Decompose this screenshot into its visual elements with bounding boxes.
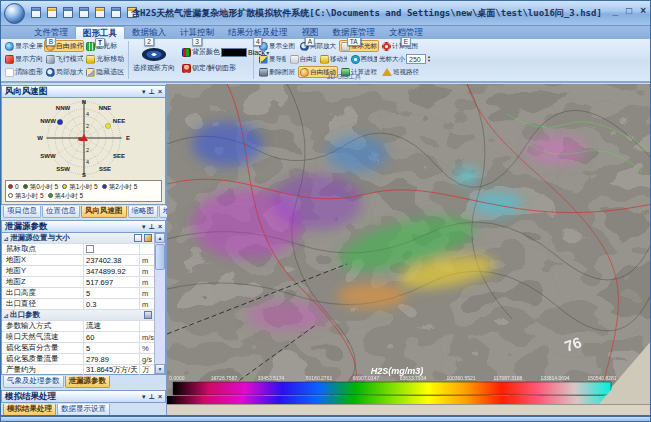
nav-map-button[interactable]: 显导航图 xyxy=(257,53,287,65)
panel-pin-icon[interactable]: ⊥ xyxy=(149,223,155,231)
page-icon[interactable] xyxy=(134,234,142,242)
tab-data-input[interactable]: 数据输入2 xyxy=(125,26,173,39)
hide-region-button[interactable]: 隐藏选区 xyxy=(84,66,125,78)
close-button[interactable]: × xyxy=(640,5,646,17)
scrollbar-thumb[interactable] xyxy=(155,244,165,270)
lock-icon xyxy=(182,64,191,73)
svg-text:2: 2 xyxy=(86,147,89,153)
panel-collapse-icon[interactable]: ▾ xyxy=(142,223,146,231)
tab-view[interactable]: 视图A xyxy=(295,26,326,39)
gas-velocity-value[interactable]: 60 xyxy=(84,332,140,342)
tab-calc-control[interactable]: 计算控制3 xyxy=(173,26,221,39)
tab-file-management[interactable]: 文件管理B xyxy=(27,26,75,39)
maximize-button[interactable]: □ xyxy=(626,5,632,17)
keytip: B xyxy=(46,37,56,46)
grid-cursor-icon xyxy=(86,42,95,51)
production-value[interactable]: 31.8645万方/天 xyxy=(84,365,140,375)
tab-thumbnail[interactable]: 缩略图 xyxy=(128,206,159,218)
svg-text:NNE: NNE xyxy=(99,105,112,111)
outlet-height-value[interactable]: 5 xyxy=(84,288,140,298)
panel-pin-icon[interactable]: ⊥ xyxy=(149,88,155,96)
calculator-icon[interactable] xyxy=(144,311,152,319)
ground-z-value[interactable]: 517.697 xyxy=(84,277,140,287)
qat-button-4[interactable] xyxy=(77,5,90,19)
wind-panel-titlebar: 风向风速图 ▾ ⊥ × xyxy=(1,85,166,98)
svg-text:133814.0694: 133814.0694 xyxy=(540,375,569,381)
elevation-strip xyxy=(167,396,614,404)
tab-result-analysis[interactable]: 结果分析及处理4 xyxy=(221,26,295,39)
h2s-massflow-value[interactable]: 279.89 xyxy=(84,354,140,364)
window-controls: _ □ × xyxy=(613,5,646,17)
qat-button-3[interactable] xyxy=(61,5,74,19)
map-viewport[interactable]: 76 H2S(mg/m3) 0.0000 16726.7587 33453.51… xyxy=(167,84,651,404)
source-panel-titlebar: 泄漏源参数 ▾ ⊥ × xyxy=(1,220,166,233)
grid-row: 地面X237402.38m xyxy=(2,255,154,266)
tab-graphic-tools[interactable]: 图形工具T xyxy=(75,26,125,39)
flight-mode-button[interactable]: 飞行模式 xyxy=(44,53,85,65)
grid-row: 出口高度5m xyxy=(2,288,154,299)
window-icon xyxy=(111,7,121,18)
grid-row: 硫化氢百分含量5% xyxy=(2,343,154,354)
grid-row: 鼠标取点 xyxy=(2,244,154,255)
panel-close-icon[interactable]: × xyxy=(158,393,162,400)
show-full-map-button[interactable]: 显示全图 xyxy=(257,40,297,52)
qat-button-2[interactable] xyxy=(45,5,58,19)
panel-collapse-icon[interactable]: ▾ xyxy=(142,393,146,401)
section-expand-icon[interactable]: ⊿ xyxy=(2,235,10,242)
panel-close-icon[interactable]: × xyxy=(158,223,162,230)
wind-point-hour1 xyxy=(105,123,110,128)
show-fullscreen-button[interactable]: 显示全屏 xyxy=(3,40,44,52)
ribbon-tab-row: 文件管理B 图形工具T 数据输入2 计算控制3 结果分析及处理4 视图A 数据库… xyxy=(1,26,651,39)
parameter-panel-tabs: 气象及处理参数 泄漏源参数 xyxy=(1,375,166,388)
cursor-size-input[interactable]: 250 xyxy=(406,54,426,64)
tab-document-management[interactable]: 文档管理E xyxy=(382,26,430,39)
grid-scrollbar[interactable]: ▲ ▼ xyxy=(154,233,165,374)
keytip: A xyxy=(305,37,315,46)
scroll-up-icon[interactable]: ▲ xyxy=(155,233,165,243)
tab-wind-rose[interactable]: 风向风速图 xyxy=(81,206,127,218)
svg-text:W: W xyxy=(37,135,43,141)
local-zoom-button[interactable]: 局部放大 xyxy=(44,66,85,78)
section-expand-icon[interactable]: ⊿ xyxy=(2,312,10,319)
clear-graphics-button[interactable]: 清除图形 xyxy=(3,66,44,78)
h2s-percent-value[interactable]: 5 xyxy=(84,343,140,353)
wind-rose-chart: N NNE NEE E SEE SSE S SSW SWW W NWW NNW … xyxy=(1,98,166,205)
select-view-direction-button[interactable]: 选择观察方向 xyxy=(132,40,176,80)
qat-button-1[interactable] xyxy=(29,5,42,19)
tab-weather-params[interactable]: 气象及处理参数 xyxy=(3,376,64,388)
panel-collapse-icon[interactable]: ▾ xyxy=(142,88,146,96)
grid-section-header[interactable]: ⊿ 泄漏源位置与大小 xyxy=(2,233,154,244)
ground-x-value[interactable]: 237402.38 xyxy=(84,255,140,265)
free-select-button[interactable]: 自由选择 xyxy=(288,53,318,65)
tab-leak-source-params[interactable]: 泄漏源参数 xyxy=(65,376,111,388)
spin-down-icon[interactable]: ▼ xyxy=(427,59,431,63)
background-color-swatch xyxy=(221,48,247,57)
outlet-diameter-value[interactable]: 0.3 xyxy=(84,299,140,309)
qat-button-5[interactable] xyxy=(93,5,106,19)
tab-location-info[interactable]: 位置信息 xyxy=(42,206,80,218)
left-panel-column: 风向风速图 ▾ ⊥ × N N xyxy=(1,84,167,415)
pencil-icon[interactable] xyxy=(144,234,152,242)
grid-row: 出口直径0.3m xyxy=(2,299,154,310)
colorbar-gradient xyxy=(173,382,611,395)
show-direction-button[interactable]: 显示方向 xyxy=(3,53,44,65)
keytip: TA xyxy=(347,37,361,46)
panel-close-icon[interactable]: × xyxy=(158,88,162,95)
bottom-dock-bar[interactable] xyxy=(1,415,651,422)
grid-row: 参数输入方式流速 xyxy=(2,321,154,332)
panel-pin-icon[interactable]: ⊥ xyxy=(149,393,155,401)
move-cursor-button[interactable]: 移动光标 xyxy=(318,53,348,65)
tab-database-management[interactable]: 数据库管理TA xyxy=(326,26,383,39)
app-logo[interactable] xyxy=(4,3,25,24)
minimize-button[interactable]: _ xyxy=(613,5,619,17)
tab-project-info[interactable]: 项目信息 xyxy=(3,206,41,218)
mouse-pick-checkbox[interactable] xyxy=(86,245,94,253)
spinner-arrows[interactable]: ▲▼ xyxy=(427,55,431,63)
redraw-line-button[interactable]: 画线重绘 xyxy=(349,53,379,65)
scroll-down-icon[interactable]: ▼ xyxy=(155,364,165,374)
grid-section-header[interactable]: ⊿ 出口参数 xyxy=(2,310,154,321)
ground-y-value[interactable]: 3474899.92 xyxy=(84,266,140,276)
svg-text:SSW: SSW xyxy=(56,166,70,172)
cursor-move-button[interactable]: 光标移动 xyxy=(84,53,125,65)
input-mode-value[interactable]: 流速 xyxy=(84,321,140,331)
